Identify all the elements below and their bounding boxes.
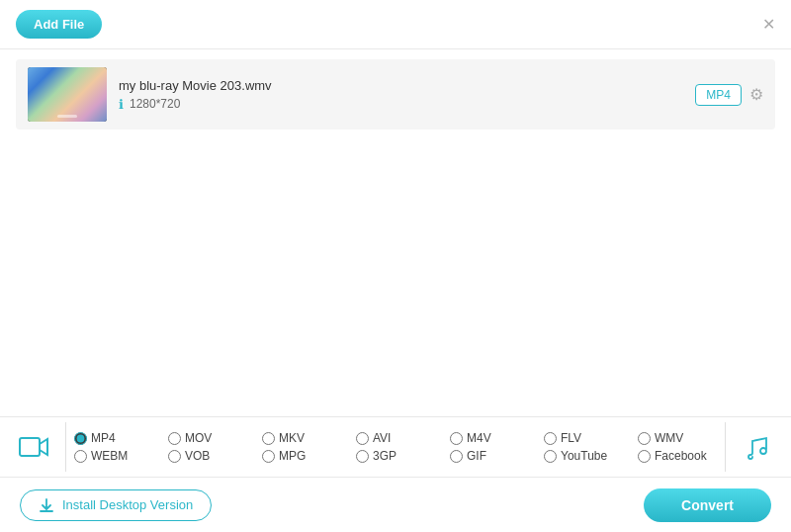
file-list-area: my blu-ray Movie 203.wmv ℹ 1280*720 MP4 …	[0, 49, 791, 139]
format-option-flv[interactable]: FLV	[544, 431, 638, 445]
radio-avi[interactable]	[356, 432, 369, 445]
label-mp4: MP4	[91, 431, 116, 445]
add-file-button[interactable]: Add File	[16, 10, 102, 39]
label-mkv: MKV	[279, 431, 305, 445]
video-format-icon-button[interactable]	[10, 417, 57, 477]
radio-mkv[interactable]	[262, 432, 275, 445]
file-actions: MP4 ⚙	[695, 84, 763, 106]
format-option-webm[interactable]: WEBM	[74, 449, 168, 463]
convert-button[interactable]: Convert	[644, 488, 771, 522]
label-flv: FLV	[561, 431, 581, 445]
file-resolution: 1280*720	[130, 97, 180, 111]
file-thumbnail	[28, 67, 107, 122]
radio-3gp[interactable]	[356, 450, 369, 463]
format-option-vob[interactable]: VOB	[168, 449, 262, 463]
format-badge[interactable]: MP4	[695, 84, 742, 106]
svg-point-1	[760, 448, 766, 454]
format-option-m4v[interactable]: M4V	[450, 431, 544, 445]
format-bar: MP4 MOV MKV AVI M4V FLV WEBM	[0, 416, 791, 478]
format-options: MP4 MOV MKV AVI M4V FLV WEBM	[74, 423, 638, 471]
format-option-mkv[interactable]: MKV	[262, 431, 356, 445]
radio-m4v[interactable]	[450, 432, 463, 445]
label-m4v: M4V	[467, 431, 491, 445]
label-gif: GIF	[467, 449, 486, 463]
label-mov: MOV	[185, 431, 212, 445]
file-meta: ℹ 1280*720	[119, 97, 683, 112]
format-option-mov[interactable]: MOV	[168, 431, 262, 445]
format-option-mpg[interactable]: MPG	[262, 449, 356, 463]
file-info: my blu-ray Movie 203.wmv ℹ 1280*720	[119, 78, 683, 112]
format-option-avi[interactable]: AVI	[356, 431, 450, 445]
label-youtube: YouTube	[561, 449, 607, 463]
label-avi: AVI	[373, 431, 391, 445]
radio-webm[interactable]	[74, 450, 87, 463]
extra-formats: WMV Facebook	[638, 423, 717, 471]
format-option-mp4[interactable]: MP4	[74, 431, 168, 445]
format-divider-right	[725, 422, 726, 472]
radio-facebook[interactable]	[638, 450, 651, 463]
label-vob: VOB	[185, 449, 210, 463]
file-name: my blu-ray Movie 203.wmv	[119, 78, 683, 93]
format-option-3gp[interactable]: 3GP	[356, 449, 450, 463]
format-option-youtube[interactable]: YouTube	[544, 449, 638, 463]
format-option-gif[interactable]: GIF	[450, 449, 544, 463]
radio-vob[interactable]	[168, 450, 181, 463]
radio-wmv[interactable]	[638, 432, 651, 445]
label-wmv: WMV	[655, 431, 683, 445]
file-item: my blu-ray Movie 203.wmv ℹ 1280*720 MP4 …	[16, 59, 775, 130]
music-icon	[743, 431, 772, 463]
format-option-wmv[interactable]: WMV	[638, 431, 717, 445]
close-button[interactable]: ✕	[762, 17, 775, 33]
radio-flv[interactable]	[544, 432, 557, 445]
audio-format-icon-button[interactable]	[734, 417, 781, 477]
install-label: Install Desktop Version	[62, 497, 193, 512]
format-option-facebook[interactable]: Facebook	[638, 449, 717, 463]
install-desktop-button[interactable]: Install Desktop Version	[20, 489, 212, 521]
label-3gp: 3GP	[373, 449, 396, 463]
radio-gif[interactable]	[450, 450, 463, 463]
svg-rect-0	[20, 438, 40, 456]
label-mpg: MPG	[279, 449, 306, 463]
settings-button[interactable]: ⚙	[749, 85, 763, 104]
download-icon	[39, 497, 54, 513]
video-icon	[18, 431, 49, 463]
label-webm: WEBM	[91, 449, 128, 463]
radio-youtube[interactable]	[544, 450, 557, 463]
action-bar: Install Desktop Version Convert	[0, 478, 791, 532]
info-icon[interactable]: ℹ	[119, 97, 124, 112]
label-facebook: Facebook	[655, 449, 707, 463]
radio-mp4[interactable]	[74, 432, 87, 445]
top-bar: Add File ✕	[0, 0, 791, 49]
format-divider	[65, 422, 66, 472]
radio-mov[interactable]	[168, 432, 181, 445]
radio-mpg[interactable]	[262, 450, 275, 463]
